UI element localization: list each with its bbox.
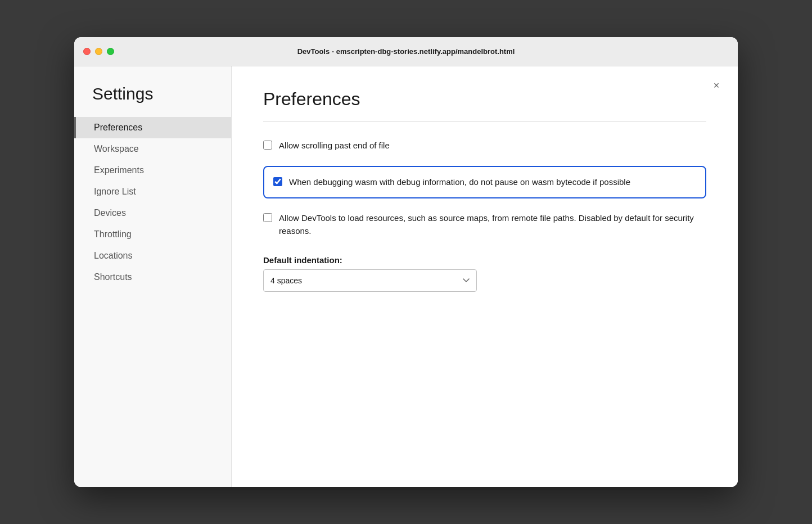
checkbox-row-remote: Allow DevTools to load resources, such a… [263,212,706,237]
sidebar-item-devices[interactable]: Devices [74,202,231,224]
indentation-select[interactable]: 2 spaces 4 spaces 8 spaces Tab character [263,269,477,292]
checkbox-label-scroll: Allow scrolling past end of file [279,139,390,152]
checkbox-row-wasm-highlighted: When debugging wasm with debug informati… [263,166,706,199]
checkbox-remote-file-paths[interactable] [263,213,272,222]
indentation-section: Default indentation: 2 spaces 4 spaces 8… [263,251,706,292]
close-button[interactable]: × [709,78,724,93]
main-content: × Preferences Allow scrolling past end o… [232,66,738,487]
sidebar-title: Settings [74,84,231,117]
dropdown-wrapper: 2 spaces 4 spaces 8 spaces Tab character [263,269,706,292]
sidebar-item-ignore-list[interactable]: Ignore List [74,181,231,202]
sidebar-item-preferences[interactable]: Preferences [74,117,231,138]
window-body: Settings Preferences Workspace Experimen… [74,66,738,487]
traffic-lights [83,48,114,55]
close-traffic-light[interactable] [83,48,91,55]
content-divider [263,121,706,121]
sidebar-nav: Preferences Workspace Experiments Ignore… [74,117,231,288]
window-title: DevTools - emscripten-dbg-stories.netlif… [297,47,515,56]
sidebar-item-throttling[interactable]: Throttling [74,224,231,245]
sidebar-item-experiments[interactable]: Experiments [74,160,231,181]
settings-section: Allow scrolling past end of file When de… [263,139,706,292]
checkbox-wasm-debug[interactable] [273,177,282,186]
content-title: Preferences [263,89,706,110]
sidebar-item-locations[interactable]: Locations [74,245,231,266]
devtools-window: DevTools - emscripten-dbg-stories.netlif… [74,37,738,487]
maximize-traffic-light[interactable] [107,48,114,55]
checkbox-wrapper-scroll [263,141,272,152]
minimize-traffic-light[interactable] [95,48,102,55]
indentation-label: Default indentation: [263,255,706,265]
sidebar-item-workspace[interactable]: Workspace [74,138,231,160]
sidebar-item-shortcuts[interactable]: Shortcuts [74,266,231,288]
checkbox-wrapper-wasm [273,177,282,188]
checkbox-scroll-past-eof[interactable] [263,141,272,150]
checkbox-row-scroll: Allow scrolling past end of file [263,139,706,152]
checkbox-label-wasm: When debugging wasm with debug informati… [289,176,630,189]
checkbox-wrapper-remote [263,213,272,224]
titlebar: DevTools - emscripten-dbg-stories.netlif… [74,37,738,66]
checkbox-label-remote: Allow DevTools to load resources, such a… [279,212,706,237]
sidebar: Settings Preferences Workspace Experimen… [74,66,232,487]
